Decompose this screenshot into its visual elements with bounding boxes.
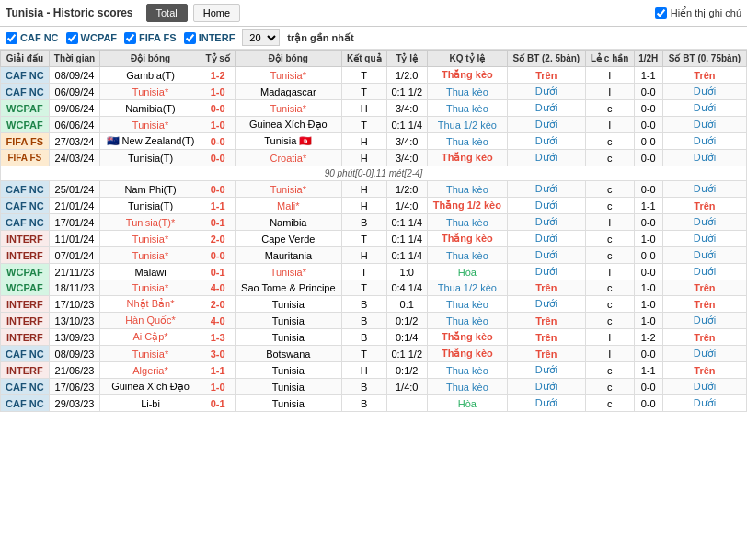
col-le-c: Lẻ c hần bbox=[585, 51, 634, 67]
filter-caf-nc[interactable]: CAF NC bbox=[6, 32, 59, 44]
recent-label: trận gần nhất bbox=[287, 32, 353, 44]
table-row: INTERF 17/10/23 Nhật Bản* 2-0 Tunisia B … bbox=[1, 296, 747, 313]
table-row: CAF NC 06/09/24 Tunisia* 1-0 Madagascar … bbox=[1, 84, 747, 100]
col-half: 1/2H bbox=[634, 51, 662, 67]
table-row: CAF NC 08/09/24 Gambia(T) 1-2 Tunisia* T… bbox=[1, 67, 747, 84]
scores-table: Giải đấu Thời gian Đội bóng Tỷ số Đội bó… bbox=[0, 50, 747, 412]
table-row: INTERF 07/01/24 Tunisia* 0-0 Mauritania … bbox=[1, 247, 747, 264]
table-row: CAF NC 08/09/23 Tunisia* 3-0 Botswana T … bbox=[1, 346, 747, 362]
col-so-bt2: Số BT (0. 75bàn) bbox=[662, 51, 746, 67]
filter-wcpaf[interactable]: WCPAF bbox=[66, 32, 118, 44]
header-title: Tunisia - Historic scores bbox=[6, 6, 133, 19]
col-doi-bong2: Đội bóng bbox=[235, 51, 341, 67]
header-bar: Tunisia - Historic scores Total Home Hiể… bbox=[0, 0, 747, 27]
display-toggle-label[interactable]: Hiển thị ghi chú bbox=[655, 7, 741, 19]
table-row: WCPAF 21/11/23 Malawi 0-1 Tunisia* T 1:0… bbox=[1, 264, 747, 280]
col-so-bt: Số BT (2. 5bàn) bbox=[507, 51, 585, 67]
tab-home[interactable]: Home bbox=[193, 4, 240, 22]
table-row: INTERF 13/10/23 Hàn Quốc* 4-0 Tunisia B … bbox=[1, 313, 747, 329]
table-row: WCPAF 09/06/24 Namibia(T) 0-0 Tunisia* H… bbox=[1, 100, 747, 117]
filter-interf[interactable]: INTERF bbox=[184, 32, 236, 44]
col-giai-dau: Giải đấu bbox=[1, 51, 50, 67]
table-row: FIFA FS 27/03/24 🇳🇿 New Zealand(T) 0-0 T… bbox=[1, 133, 747, 150]
display-toggle-checkbox[interactable] bbox=[655, 7, 667, 19]
table-row: FIFA FS 24/03/24 Tunisia(T) 0-0 Croatia*… bbox=[1, 150, 747, 166]
col-doi-bong1: Đội bóng bbox=[100, 51, 201, 67]
col-thoi-gian: Thời gian bbox=[49, 51, 100, 67]
col-ket-qua: Kết quả bbox=[341, 51, 386, 67]
table-row: WCPAF 06/06/24 Tunisia* 1-0 Guinea Xích … bbox=[1, 117, 747, 133]
tab-total[interactable]: Total bbox=[146, 4, 188, 22]
count-select[interactable]: 20 10 30 bbox=[242, 29, 280, 46]
table-row: INTERF 13/09/23 Ai Cập* 1-3 Tunisia B 0:… bbox=[1, 329, 747, 346]
table-row: CAF NC 25/01/24 Nam Phi(T) 0-0 Tunisia* … bbox=[1, 181, 747, 198]
col-kq-ty-le: KQ tỷ lệ bbox=[427, 51, 507, 67]
table-row: CAF NC 29/03/23 Li-bi 0-1 Tunisia B Hòa … bbox=[1, 395, 747, 412]
col-ty-so: Tỷ số bbox=[201, 51, 235, 67]
table-row: INTERF 11/01/24 Tunisia* 2-0 Cape Verde … bbox=[1, 231, 747, 247]
filter-fifa-fs[interactable]: FIFA FS bbox=[124, 32, 177, 44]
filter-bar: CAF NC WCPAF FIFA FS INTERF 20 10 30 trậ… bbox=[0, 27, 747, 50]
table-row: CAF NC 21/01/24 Tunisia(T) 1-1 Mali* H 1… bbox=[1, 198, 747, 214]
table-row-note: 90 phút[0-0],11 mét[2-4] bbox=[1, 166, 747, 181]
table-row: CAF NC 17/06/23 Guinea Xích Đạo 1-0 Tuni… bbox=[1, 379, 747, 395]
table-row: CAF NC 17/01/24 Tunisia(T)* 0-1 Namibia … bbox=[1, 214, 747, 231]
table-row: WCPAF 18/11/23 Tunisia* 4-0 Sao Tome & P… bbox=[1, 280, 747, 296]
col-ty-le: Tỷ lệ bbox=[386, 51, 427, 67]
table-row: INTERF 21/06/23 Algeria* 1-1 Tunisia H 0… bbox=[1, 362, 747, 379]
